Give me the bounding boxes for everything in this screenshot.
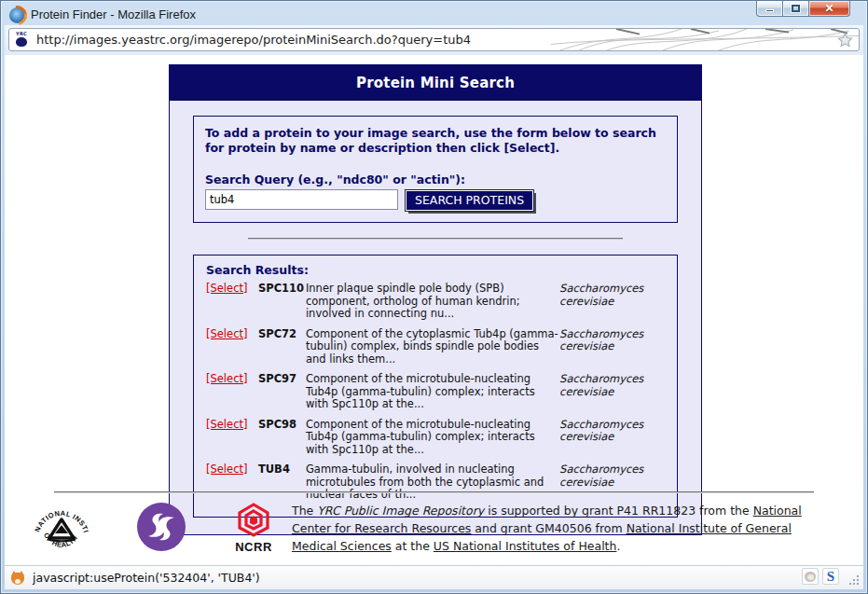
protein-mini-search-panel: Protein Mini Search To add a protein to … xyxy=(169,64,702,535)
minimize-icon xyxy=(765,9,774,12)
page-footer: NATIONAL INSTITUTES OF HEALTH xyxy=(5,491,863,560)
search-proteins-button[interactable]: SEARCH PROTEINS xyxy=(406,190,533,211)
protein-species: Saccharomyces cerevisiae xyxy=(559,371,669,417)
yrc-favicon: YRC xyxy=(14,32,31,48)
greasemonkey-icon[interactable] xyxy=(802,568,819,585)
table-row: [Select] SPC110 Inner plaque spindle pol… xyxy=(206,281,669,326)
fox-status-icon xyxy=(10,572,25,585)
results-table: [Select] SPC110 Inner plaque spindle pol… xyxy=(206,281,669,507)
nigms-logo xyxy=(135,501,187,557)
protein-name: SPC72 xyxy=(258,326,306,372)
footer-segment: The xyxy=(292,504,317,518)
browser-window: Protein Finder - Mozilla Firefox ✕ YRC xyxy=(0,0,868,594)
protein-species: Saccharomyces cerevisiae xyxy=(559,417,669,463)
repo-name: YRC Public Image Repository xyxy=(317,504,484,518)
footer-segment: . xyxy=(616,539,620,553)
protein-name: SPC110 xyxy=(258,281,306,326)
protein-description: Component of the microtubule-nucleating … xyxy=(306,417,559,463)
nih-link[interactable]: US National Institutes of Health xyxy=(434,539,617,553)
navigation-toolbar: YRC http://images.yeastrc.org/imagerepo/… xyxy=(5,25,863,55)
noscript-s-icon[interactable]: S xyxy=(822,568,839,585)
footer-divider xyxy=(54,491,814,493)
page-viewport: Protein Mini Search To add a protein to … xyxy=(5,55,863,565)
title-bar[interactable]: Protein Finder - Mozilla Firefox ✕ xyxy=(5,1,863,25)
protein-name: SPC98 xyxy=(258,417,306,463)
maximize-button[interactable] xyxy=(783,1,809,17)
select-link[interactable]: [Select] xyxy=(206,372,247,385)
nih-logo: NATIONAL INSTITUTES OF HEALTH xyxy=(33,501,90,560)
status-bar: javascript:useProtein('532404', 'TUB4') … xyxy=(5,565,863,589)
protein-species: Saccharomyces cerevisiae xyxy=(559,281,669,326)
footer-text: The YRC Public Image Repository is suppo… xyxy=(292,502,837,555)
search-input[interactable] xyxy=(205,189,398,210)
status-link-preview: javascript:useProtein('532404', 'TUB4') xyxy=(33,571,260,585)
form-results-divider xyxy=(248,238,623,240)
search-form-box: To add a protein to your image search, u… xyxy=(193,116,678,223)
search-query-label: Search Query (e.g., "ndc80" or "actin"): xyxy=(205,173,666,186)
maximize-icon xyxy=(792,5,800,12)
page-title: Protein Mini Search xyxy=(169,64,702,101)
footer-segment: is supported by grant P41 RR11823 from t… xyxy=(484,504,752,518)
protein-description: Inner plaque spindle pole body (SPB) com… xyxy=(306,281,559,326)
minimize-button[interactable] xyxy=(756,1,783,17)
url-bar[interactable]: YRC http://images.yeastrc.org/imagerepo/… xyxy=(8,28,860,51)
close-icon: ✕ xyxy=(824,2,834,15)
select-link[interactable]: [Select] xyxy=(206,282,247,295)
select-link[interactable]: [Select] xyxy=(206,418,247,431)
table-row: [Select] SPC97 Component of the microtub… xyxy=(206,371,669,417)
select-link[interactable]: [Select] xyxy=(206,463,247,476)
select-link[interactable]: [Select] xyxy=(206,327,247,340)
footer-segment: at the xyxy=(392,539,434,553)
protein-species: Saccharomyces cerevisiae xyxy=(559,326,669,372)
protein-name: SPC97 xyxy=(258,371,306,417)
firefox-app-icon xyxy=(9,7,25,23)
resize-grip[interactable] xyxy=(847,573,860,586)
table-row: [Select] SPC98 Component of the microtub… xyxy=(206,417,669,463)
url-text[interactable]: http://images.yeastrc.org/imagerepo/prot… xyxy=(36,33,471,47)
bookmark-star-icon[interactable] xyxy=(836,32,854,51)
protein-description: Component of the cytoplasmic Tub4p (gamm… xyxy=(306,326,559,372)
theme-artwork xyxy=(551,29,859,50)
table-row: [Select] SPC72 Component of the cytoplas… xyxy=(206,326,669,372)
results-heading: Search Results: xyxy=(206,263,669,277)
footer-segment: and grant GM40506 from xyxy=(471,521,626,535)
protein-description: Component of the microtubule-nucleating … xyxy=(306,371,559,417)
window-title: Protein Finder - Mozilla Firefox xyxy=(31,7,196,21)
close-button[interactable]: ✕ xyxy=(809,1,850,17)
search-results-box: Search Results: [Select] SPC110 Inner pl… xyxy=(193,255,678,518)
ncrr-logo: NCRR xyxy=(232,501,275,554)
instructions-text: To add a protein to your image search, u… xyxy=(205,126,666,156)
ncrr-label: NCRR xyxy=(232,540,275,554)
